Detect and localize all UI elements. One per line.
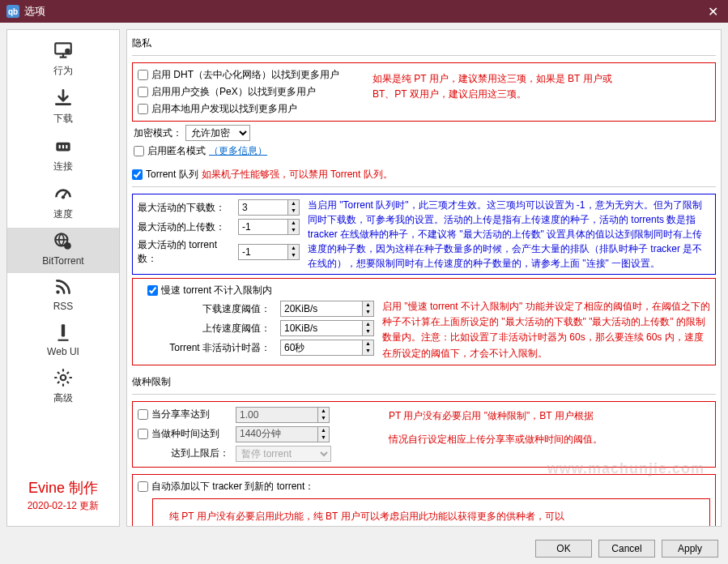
svg-point-8 bbox=[64, 242, 71, 250]
svg-rect-10 bbox=[62, 324, 65, 336]
max-up-label: 最大活动的上传数： bbox=[138, 220, 235, 234]
dht-label: 启用 DHT（去中心化网络）以找到更多用户 bbox=[151, 68, 339, 82]
pex-checkbox[interactable] bbox=[138, 87, 148, 97]
tracker-redbox: 自动添加以下 tracker 到新的 torrent： 纯 PT 用户没有必要启… bbox=[132, 474, 716, 527]
cancel-button[interactable]: Cancel bbox=[598, 540, 655, 558]
seed-group: 做种限制 当分享率达到 ▲▼ 当做种时间达到 ▲▼ 达到上限后： 暂停 to bbox=[132, 374, 716, 468]
sidebar-label: 下载 bbox=[53, 113, 73, 124]
spin-up-icon[interactable]: ▲ bbox=[363, 321, 373, 328]
max-dl-label: 最大活动的下载数： bbox=[138, 201, 235, 215]
max-t-label: 最大活动的 torrent 数： bbox=[138, 238, 235, 266]
spin-up-icon[interactable]: ▲ bbox=[318, 408, 329, 415]
svg-point-1 bbox=[65, 49, 70, 54]
lpd-label: 启用本地用户发现以找到更多用户 bbox=[151, 102, 297, 116]
sidebar-label: RSS bbox=[53, 301, 74, 312]
content-panel: 隐私 启用 DHT（去中心化网络）以找到更多用户 启用用户交换（PeX）以找到更… bbox=[126, 29, 722, 527]
spin-down-icon[interactable]: ▼ bbox=[363, 309, 373, 316]
sidebar-item-downloads[interactable]: 下载 bbox=[7, 84, 119, 132]
seedtime-label: 当做种时间达到 bbox=[151, 427, 232, 441]
spin-up-icon[interactable]: ▲ bbox=[318, 427, 329, 434]
sidebar-label: 高级 bbox=[53, 392, 73, 404]
dl-thr-label: 下载速度阈值： bbox=[162, 302, 277, 316]
sidebar-item-webui[interactable]: Web UI bbox=[7, 318, 119, 364]
queue-bluebox: 最大活动的下载数： ▲▼ 最大活动的上传数： ▲▼ 最大活动的 torrent … bbox=[132, 194, 716, 275]
queue-tip: 如果机子性能够强，可以禁用 Torrent 队列。 bbox=[202, 168, 393, 182]
ratio-checkbox[interactable] bbox=[138, 409, 148, 420]
reach-select[interactable]: 暂停 torrent bbox=[236, 446, 331, 462]
svg-rect-3 bbox=[59, 145, 61, 148]
up-thr-label: 上传速度阈值： bbox=[162, 322, 277, 335]
svg-point-9 bbox=[56, 290, 59, 293]
inact-spinner[interactable]: ▲▼ bbox=[280, 340, 374, 356]
spin-down-icon[interactable]: ▼ bbox=[363, 328, 373, 335]
author-credit: Evine 制作 2020-02-12 更新 bbox=[21, 472, 106, 519]
spin-up-icon[interactable]: ▲ bbox=[288, 220, 299, 227]
sidebar-label: 连接 bbox=[53, 160, 73, 172]
seed-redbox: 当分享率达到 ▲▼ 当做种时间达到 ▲▼ 达到上限后： 暂停 torrent bbox=[132, 401, 716, 468]
sidebar: 行为 下载 连接 速度 BitTorrent RSS bbox=[6, 29, 120, 527]
spin-down-icon[interactable]: ▼ bbox=[363, 348, 373, 355]
ratio-spinner[interactable]: ▲▼ bbox=[236, 407, 330, 423]
sidebar-item-bittorrent[interactable]: BitTorrent bbox=[7, 228, 119, 273]
seed-title: 做种限制 bbox=[132, 374, 716, 391]
anon-label: 启用匿名模式 bbox=[147, 144, 206, 158]
dl-thr-spinner[interactable]: ▲▼ bbox=[280, 301, 374, 317]
close-icon[interactable]: ✕ bbox=[705, 4, 722, 19]
spin-up-icon[interactable]: ▲ bbox=[363, 301, 373, 309]
window-title: 选项 bbox=[24, 4, 705, 19]
monitor-icon bbox=[7, 40, 119, 62]
privacy-title: 隐私 bbox=[132, 35, 716, 52]
spin-up-icon[interactable]: ▲ bbox=[288, 200, 299, 207]
sidebar-label: 行为 bbox=[53, 65, 73, 76]
up-thr-spinner[interactable]: ▲▼ bbox=[280, 320, 374, 336]
sidebar-item-rss[interactable]: RSS bbox=[7, 273, 119, 318]
queue-label: Torrent 队列 bbox=[146, 168, 198, 182]
sidebar-item-behavior[interactable]: 行为 bbox=[7, 36, 119, 84]
ok-button[interactable]: OK bbox=[535, 540, 592, 558]
sidebar-item-advanced[interactable]: 高级 bbox=[7, 364, 119, 412]
encryption-select[interactable]: 允许加密 bbox=[185, 125, 250, 141]
lpd-checkbox[interactable] bbox=[138, 104, 148, 114]
spin-up-icon[interactable]: ▲ bbox=[363, 340, 373, 348]
slow-label: 慢速 torrent 不计入限制内 bbox=[161, 284, 272, 297]
pex-label: 启用用户交换（PeX）以找到更多用户 bbox=[151, 85, 316, 99]
spin-down-icon[interactable]: ▼ bbox=[288, 252, 299, 259]
footer: OK Cancel Apply bbox=[0, 533, 728, 564]
remote-icon bbox=[7, 322, 119, 344]
anon-checkbox[interactable] bbox=[134, 146, 144, 156]
tracker-checkbox[interactable] bbox=[138, 481, 148, 492]
app-icon: qb bbox=[6, 5, 19, 18]
apply-button[interactable]: Apply bbox=[662, 540, 718, 558]
max-dl-spinner[interactable]: ▲▼ bbox=[238, 199, 300, 216]
download-icon bbox=[7, 88, 119, 110]
sidebar-label: Web UI bbox=[47, 346, 79, 357]
spin-up-icon[interactable]: ▲ bbox=[288, 245, 299, 252]
dht-checkbox[interactable] bbox=[138, 70, 148, 80]
slow-checkbox[interactable] bbox=[147, 285, 158, 296]
reach-label: 达到上限后： bbox=[138, 446, 232, 460]
ratio-label: 当分享率达到 bbox=[151, 408, 232, 421]
privacy-group: 隐私 启用 DHT（去中心化网络）以找到更多用户 启用用户交换（PeX）以找到更… bbox=[132, 35, 716, 160]
spin-down-icon[interactable]: ▼ bbox=[288, 227, 299, 234]
inact-label: Torrent 非活动计时器： bbox=[162, 341, 277, 355]
seedtime-checkbox[interactable] bbox=[138, 429, 148, 439]
sidebar-label: BitTorrent bbox=[42, 255, 83, 267]
sidebar-label: 速度 bbox=[53, 208, 73, 220]
sidebar-item-speed[interactable]: 速度 bbox=[7, 180, 119, 228]
globe-gear-icon bbox=[7, 231, 119, 254]
network-icon bbox=[7, 135, 119, 158]
spin-down-icon[interactable]: ▼ bbox=[318, 434, 329, 442]
svg-rect-5 bbox=[66, 145, 67, 148]
svg-rect-4 bbox=[62, 145, 64, 148]
encryption-label: 加密模式： bbox=[134, 126, 182, 140]
sidebar-item-connection[interactable]: 连接 bbox=[7, 132, 119, 180]
seedtime-spinner[interactable]: ▲▼ bbox=[236, 426, 330, 442]
queue-checkbox[interactable] bbox=[132, 169, 143, 180]
max-t-spinner[interactable]: ▲▼ bbox=[238, 244, 300, 260]
anon-more-link[interactable]: （更多信息） bbox=[209, 144, 267, 158]
spin-down-icon[interactable]: ▼ bbox=[318, 415, 329, 422]
max-up-spinner[interactable]: ▲▼ bbox=[238, 219, 300, 235]
slow-note: 启用 "慢速 torrent 不计入限制内" 功能并设定了相应的阈值时，在阈值之… bbox=[382, 299, 710, 361]
spin-down-icon[interactable]: ▼ bbox=[288, 207, 299, 215]
rss-icon bbox=[7, 276, 119, 299]
